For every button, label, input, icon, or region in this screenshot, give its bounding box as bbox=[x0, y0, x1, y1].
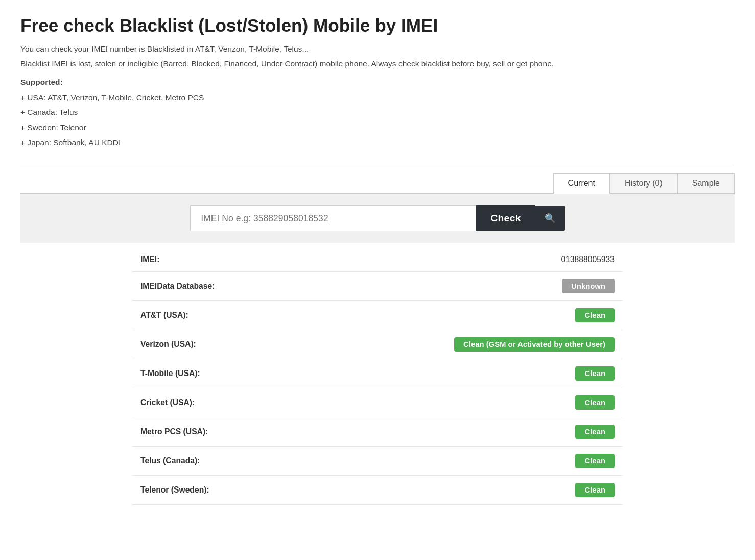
check-button[interactable]: Check bbox=[476, 205, 535, 231]
row-value: Clean bbox=[402, 359, 623, 388]
row-label: Verizon (USA): bbox=[132, 330, 402, 359]
row-value: Clean bbox=[402, 475, 623, 504]
row-value: Clean (GSM or Activated by other User) bbox=[402, 330, 623, 359]
table-row: AT&T (USA):Clean bbox=[132, 300, 623, 330]
row-label: T-Mobile (USA): bbox=[132, 359, 402, 388]
row-label: AT&T (USA): bbox=[132, 300, 402, 330]
tab-current[interactable]: Current bbox=[553, 173, 610, 194]
status-badge: Clean bbox=[575, 366, 615, 381]
tabs-container: Current History (0) Sample bbox=[20, 165, 735, 194]
row-label: IMEIData Database: bbox=[132, 271, 402, 300]
supported-item: + Sweden: Telenor bbox=[20, 120, 735, 135]
table-row: Metro PCS (USA):Clean bbox=[132, 417, 623, 446]
imei-value: 013888005933 bbox=[402, 248, 623, 272]
row-value: Clean bbox=[402, 417, 623, 446]
table-row: T-Mobile (USA):Clean bbox=[132, 359, 623, 388]
row-label: Cricket (USA): bbox=[132, 388, 402, 417]
table-row: Cricket (USA):Clean bbox=[132, 388, 623, 417]
page-title: Free check Blacklist (Lost/Stolen) Mobil… bbox=[20, 15, 735, 36]
status-badge: Clean bbox=[575, 395, 615, 410]
imei-input[interactable] bbox=[190, 205, 476, 231]
row-value: Clean bbox=[402, 446, 623, 475]
supported-item: + Japan: Softbank, AU KDDI bbox=[20, 135, 735, 150]
status-badge: Unknown bbox=[562, 279, 615, 293]
results-wrapper: IMEI: 013888005933 IMEIData Database:Unk… bbox=[122, 248, 633, 505]
row-label: Metro PCS (USA): bbox=[132, 417, 402, 446]
supported-item: + USA: AT&T, Verizon, T-Mobile, Cricket,… bbox=[20, 90, 735, 105]
supported-label: Supported: bbox=[20, 76, 735, 88]
search-icon-button[interactable]: 🔍 bbox=[535, 206, 565, 231]
imei-label: IMEI: bbox=[132, 248, 402, 272]
status-badge: Clean bbox=[575, 483, 615, 497]
tab-history[interactable]: History (0) bbox=[610, 173, 677, 194]
search-icon: 🔍 bbox=[545, 213, 556, 223]
row-label: Telus (Canada): bbox=[132, 446, 402, 475]
search-area: Check 🔍 bbox=[20, 194, 735, 243]
description-2: Blacklist IMEI is lost, stolen or inelig… bbox=[20, 58, 735, 69]
row-value: Clean bbox=[402, 388, 623, 417]
table-row: IMEIData Database:Unknown bbox=[132, 271, 623, 300]
status-badge: Clean bbox=[575, 308, 615, 322]
supported-list: + USA: AT&T, Verizon, T-Mobile, Cricket,… bbox=[20, 90, 735, 150]
tab-sample[interactable]: Sample bbox=[677, 173, 735, 194]
status-badge: Clean (GSM or Activated by other User) bbox=[454, 337, 615, 352]
status-badge: Clean bbox=[575, 454, 615, 468]
table-row: Telus (Canada):Clean bbox=[132, 446, 623, 475]
row-value: Unknown bbox=[402, 271, 623, 300]
supported-item: + Canada: Telus bbox=[20, 105, 735, 120]
imei-row: IMEI: 013888005933 bbox=[132, 248, 623, 272]
table-row: Verizon (USA):Clean (GSM or Activated by… bbox=[132, 330, 623, 359]
status-badge: Clean bbox=[575, 425, 615, 439]
row-label: Telenor (Sweden): bbox=[132, 475, 402, 504]
row-value: Clean bbox=[402, 300, 623, 330]
table-row: Telenor (Sweden):Clean bbox=[132, 475, 623, 504]
results-table: IMEI: 013888005933 IMEIData Database:Unk… bbox=[132, 248, 623, 505]
description-1: You can check your IMEI number is Blackl… bbox=[20, 43, 735, 55]
